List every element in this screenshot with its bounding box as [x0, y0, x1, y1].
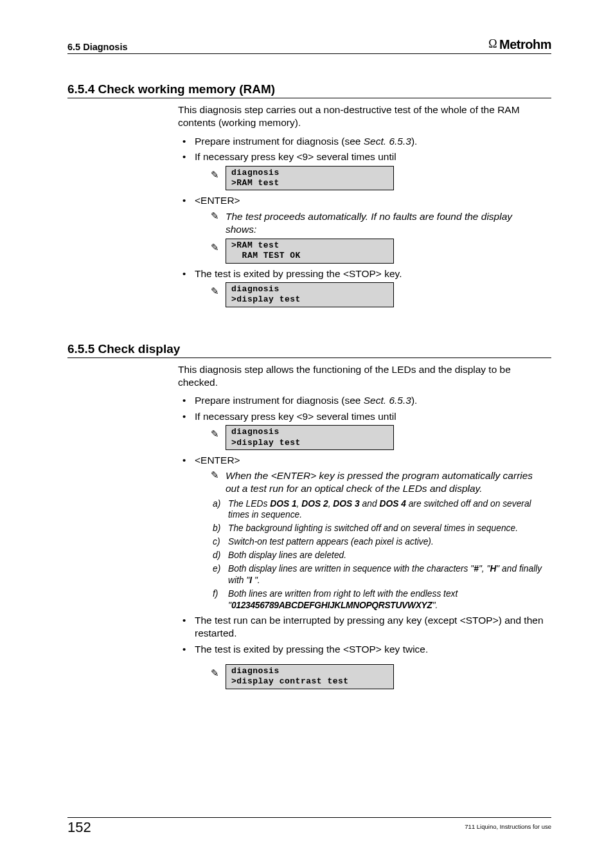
bullet-exit-twice: The test is exited by pressing the <STOP…	[178, 643, 545, 689]
lcd-box: >RAM test RAM TEST OK	[226, 239, 394, 264]
hand-icon: ✎	[210, 166, 219, 179]
text: DOS 4	[379, 499, 405, 509]
step-d: d)Both display lines are deleted.	[213, 550, 545, 561]
step-c: c)Switch-on test pattern appears (each p…	[213, 536, 545, 548]
hand-icon: ✎	[210, 664, 219, 678]
text: DOS 3	[333, 499, 359, 509]
bullet-press9: If necessary press key <9> several times…	[178, 150, 545, 190]
lcd-row: ✎ diagnosis >display test	[210, 282, 545, 307]
lcd-line: >RAM test	[231, 240, 280, 250]
lcd-row: ✎ >RAM test RAM TEST OK	[210, 239, 545, 264]
text: If necessary press key <9> several times…	[195, 411, 396, 422]
bullet-prepare: Prepare instrument for diagnosis (see Se…	[178, 394, 545, 407]
heading-655: 6.5.5 Check display	[67, 342, 551, 358]
hand-icon: ✎	[210, 469, 219, 495]
text: Both display lines are deleted.	[228, 550, 346, 560]
text: The test is exited by pressing the <STOP…	[195, 268, 402, 279]
intro-655: This diagnosis step allows the functioni…	[178, 363, 545, 390]
lcd-line: >display test	[231, 294, 301, 304]
sub-row: ✎ The test proceeds automatically. If no…	[210, 210, 545, 236]
lcd-box: diagnosis >display contrast test	[226, 664, 394, 689]
text: ).	[411, 395, 417, 406]
text: <ENTER>	[195, 455, 240, 466]
hand-icon: ✎	[210, 425, 219, 439]
text: DOS 1	[270, 499, 296, 509]
step-b: b)The background lighting is switched of…	[213, 523, 545, 534]
sub-text: The test proceeds automatically. If no f…	[226, 210, 545, 236]
text: Prepare instrument for diagnosis (see	[195, 136, 364, 147]
text: The LEDs	[228, 499, 270, 509]
bullet-exit: The test is exited by pressing the <STOP…	[178, 267, 545, 307]
bullet-enter: <ENTER> ✎ The test proceeds automaticall…	[178, 194, 545, 263]
text: <ENTER>	[195, 195, 240, 206]
lcd-line: diagnosis	[231, 666, 280, 676]
text: DOS 2	[301, 499, 328, 509]
text: #	[474, 564, 479, 574]
text: ).	[411, 136, 417, 147]
brand-logo: Ω Metrohm	[488, 37, 551, 52]
page: 6.5 Diagnosis Ω Metrohm 6.5.4 Check work…	[0, 0, 613, 868]
text-ref: Sect. 6.5.3	[364, 136, 411, 147]
heading-654: 6.5.4 Check working memory (RAM)	[67, 82, 551, 98]
text-ref: Sect. 6.5.3	[364, 395, 411, 406]
text: ", "	[479, 564, 490, 574]
lcd-row: ✎ diagnosis >RAM test	[210, 166, 545, 191]
lcd-line: diagnosis	[231, 284, 280, 294]
brand-text: Metrohm	[499, 37, 551, 52]
intro-654: This diagnosis step carries out a non-de…	[178, 104, 545, 130]
lcd-line: diagnosis	[231, 168, 280, 177]
bullet-enter: <ENTER> ✎ When the <ENTER> key is presse…	[178, 454, 545, 611]
body-655: This diagnosis step allows the functioni…	[178, 363, 545, 689]
text: 0123456789ABCDEFGHIJKLMNOPQRSTUVWXYZ	[231, 601, 432, 610]
omega-icon: Ω	[488, 37, 497, 51]
page-header: 6.5 Diagnosis Ω Metrohm	[67, 37, 551, 54]
hand-icon: ✎	[210, 282, 219, 296]
text: Switch-on test pattern appears (each pix…	[228, 537, 434, 547]
lcd-box: diagnosis >display test	[226, 282, 394, 307]
step-a: a) The LEDs DOS 1, DOS 2, DOS 3 and DOS …	[213, 498, 545, 521]
text: The test run can be interrupted by press…	[195, 615, 544, 638]
lcd-line: diagnosis	[231, 427, 280, 437]
body-654: This diagnosis step carries out a non-de…	[178, 104, 545, 307]
text: and	[360, 499, 380, 509]
bullet-list-654: Prepare instrument for diagnosis (see Se…	[178, 135, 545, 307]
text: Prepare instrument for diagnosis (see	[195, 395, 364, 406]
hand-icon: ✎	[210, 210, 219, 236]
sub-text: When the <ENTER> key is pressed the prog…	[226, 469, 545, 495]
sub-row: ✎ When the <ENTER> key is pressed the pr…	[210, 469, 545, 495]
text: The test is exited by pressing the <STOP…	[195, 644, 428, 655]
bullet-prepare: Prepare instrument for diagnosis (see Se…	[178, 135, 545, 148]
text: Both display lines are written in sequen…	[228, 564, 474, 574]
hand-icon: ✎	[210, 239, 219, 252]
page-footer: 152 711 Liquino, Instructions for use	[67, 817, 551, 836]
lcd-line: >display contrast test	[231, 676, 349, 686]
page-number: 152	[67, 819, 91, 836]
lcd-row: ✎ diagnosis >display contrast test	[210, 664, 545, 689]
bullet-press9: If necessary press key <9> several times…	[178, 410, 545, 450]
lcd-line: RAM TEST OK	[231, 251, 301, 260]
text: The background lighting is switched off …	[228, 523, 518, 533]
bullet-list-655: Prepare instrument for diagnosis (see Se…	[178, 394, 545, 689]
lcd-row: ✎ diagnosis >display test	[210, 425, 545, 450]
section-gap	[67, 311, 551, 342]
text: ".	[252, 575, 260, 585]
lcd-line: >display test	[231, 438, 301, 448]
header-section: 6.5 Diagnosis	[67, 42, 127, 52]
step-e: e) Both display lines are written in seq…	[213, 563, 545, 586]
lcd-line: >RAM test	[231, 178, 280, 188]
text: If necessary press key <9> several times…	[195, 151, 396, 162]
bullet-interrupt: The test run can be interrupted by press…	[178, 614, 545, 640]
lcd-box: diagnosis >display test	[226, 425, 394, 450]
content-area: 6.5.4 Check working memory (RAM) This di…	[67, 82, 551, 693]
step-f: f) Both lines are written from right to …	[213, 588, 545, 611]
footer-doc-title: 711 Liquino, Instructions for use	[465, 819, 551, 830]
text: ".	[432, 601, 438, 610]
lcd-box: diagnosis >RAM test	[226, 166, 394, 191]
alpha-list: a) The LEDs DOS 1, DOS 2, DOS 3 and DOS …	[213, 498, 545, 611]
text: H	[490, 564, 496, 574]
